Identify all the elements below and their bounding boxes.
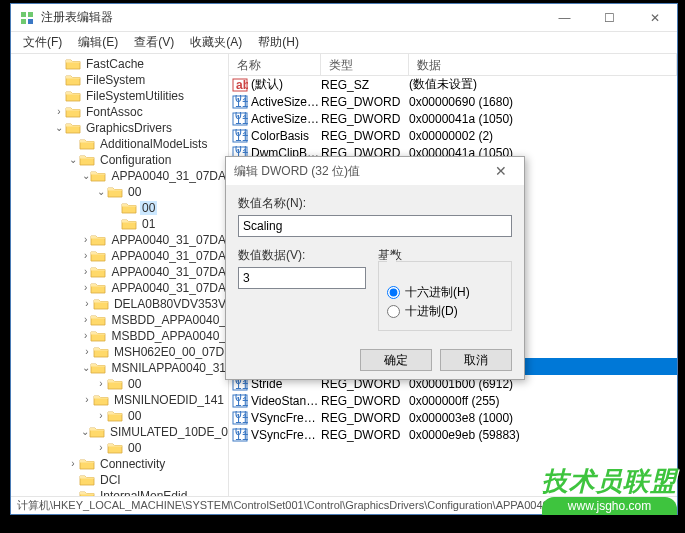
maximize-button[interactable]: ☐: [587, 4, 632, 32]
expand-icon[interactable]: ›: [81, 267, 90, 277]
col-data[interactable]: 数据: [409, 54, 677, 75]
value-name-input[interactable]: [238, 215, 512, 237]
expand-icon[interactable]: ›: [95, 411, 107, 421]
dialog-titlebar[interactable]: 编辑 DWORD (32 位)值 ✕: [226, 157, 524, 185]
tree-item[interactable]: ›APPA0040_31_07DA: [11, 248, 228, 264]
tree-item[interactable]: ›APPA0040_31_07DA: [11, 280, 228, 296]
tree-item[interactable]: FileSystemUtilities: [11, 88, 228, 104]
tree-item[interactable]: ›00: [11, 440, 228, 456]
tree-item[interactable]: ›DELA0B80VDV353V: [11, 296, 228, 312]
tree-item[interactable]: AdditionalModeLists: [11, 136, 228, 152]
radio-hex[interactable]: 十六进制(H): [387, 284, 503, 301]
collapse-icon[interactable]: ⌄: [67, 155, 79, 165]
menu-help[interactable]: 帮助(H): [250, 32, 307, 53]
list-header[interactable]: 名称 类型 数据: [229, 54, 677, 76]
tree-item-label: APPA0040_31_07DA: [109, 233, 228, 247]
tree-item[interactable]: ⌄00: [11, 184, 228, 200]
collapse-icon[interactable]: ⌄: [81, 427, 89, 437]
tree-item[interactable]: ›MSNILNOEDID_141: [11, 392, 228, 408]
tree-item[interactable]: 01: [11, 216, 228, 232]
base-fieldset: 十六进制(H) 十进制(D): [378, 261, 512, 331]
menu-view[interactable]: 查看(V): [126, 32, 182, 53]
folder-icon: [79, 153, 95, 167]
folder-icon: [90, 361, 106, 375]
tree-item-label: FileSystem: [84, 73, 147, 87]
table-row[interactable]: VSyncFreq.De..REG_DWORD0x000003e8 (1000): [229, 409, 677, 426]
expand-icon[interactable]: ›: [95, 379, 107, 389]
expand-icon[interactable]: ›: [81, 331, 90, 341]
col-name[interactable]: 名称: [229, 54, 321, 75]
menu-edit[interactable]: 编辑(E): [70, 32, 126, 53]
expand-icon[interactable]: ›: [81, 235, 90, 245]
expand-icon[interactable]: ›: [53, 107, 65, 117]
table-row[interactable]: (默认)REG_SZ(数值未设置): [229, 76, 677, 93]
value-type: REG_DWORD: [321, 394, 409, 408]
tree-item[interactable]: ›MSH062E0_00_07D: [11, 344, 228, 360]
tree-item[interactable]: ⌄GraphicsDrivers: [11, 120, 228, 136]
tree-item-label: SIMULATED_10DE_0: [108, 425, 229, 439]
tree-item[interactable]: InternalMonEdid: [11, 488, 228, 496]
tree-item[interactable]: 00: [11, 200, 228, 216]
col-type[interactable]: 类型: [321, 54, 409, 75]
value-data-input[interactable]: [238, 267, 366, 289]
table-row[interactable]: VSyncFreq.Nu..REG_DWORD0x0000e9eb (59883…: [229, 426, 677, 443]
tree-item-label: MSH062E0_00_07D: [112, 345, 226, 359]
tree-item[interactable]: ›MSBDD_APPA0040_: [11, 328, 228, 344]
collapse-icon[interactable]: ⌄: [53, 123, 65, 133]
expand-icon[interactable]: ›: [81, 395, 93, 405]
folder-icon: [90, 313, 106, 327]
window-title: 注册表编辑器: [41, 9, 542, 26]
tree-item[interactable]: DCI: [11, 472, 228, 488]
radio-dec[interactable]: 十进制(D): [387, 303, 503, 320]
cancel-button[interactable]: 取消: [440, 349, 512, 371]
dialog-close-icon[interactable]: ✕: [486, 163, 516, 179]
tree-item[interactable]: FastCache: [11, 56, 228, 72]
folder-icon: [79, 489, 95, 496]
tree-item[interactable]: ›Connectivity: [11, 456, 228, 472]
tree-item[interactable]: ›APPA0040_31_07DA: [11, 232, 228, 248]
tree-item[interactable]: ›FontAssoc: [11, 104, 228, 120]
expand-icon[interactable]: ›: [81, 299, 93, 309]
menu-file[interactable]: 文件(F): [15, 32, 70, 53]
tree-pane[interactable]: FastCacheFileSystemFileSystemUtilities›F…: [11, 54, 229, 496]
expand-icon[interactable]: ›: [95, 443, 107, 453]
collapse-icon[interactable]: ⌄: [95, 187, 107, 197]
table-row[interactable]: VideoStandardREG_DWORD0x000000ff (255): [229, 392, 677, 409]
ok-button[interactable]: 确定: [360, 349, 432, 371]
tree-item-label: 00: [126, 409, 143, 423]
binary-value-icon: [232, 95, 248, 109]
tree-item[interactable]: ⌄Configuration: [11, 152, 228, 168]
value-name: ActiveSize.cy: [251, 112, 321, 126]
table-row[interactable]: ColorBasisREG_DWORD0x00000002 (2): [229, 127, 677, 144]
value-data: 0x000000ff (255): [409, 394, 677, 408]
expand-icon[interactable]: ›: [81, 251, 90, 261]
expand-icon[interactable]: ›: [81, 283, 90, 293]
tree-item[interactable]: ›00: [11, 376, 228, 392]
expand-icon[interactable]: ›: [67, 459, 79, 469]
expand-icon[interactable]: ›: [81, 315, 90, 325]
collapse-icon[interactable]: ⌄: [81, 363, 90, 373]
expand-icon[interactable]: ›: [81, 347, 93, 357]
tree-item-label: APPA0040_31_07DA: [109, 265, 228, 279]
folder-icon: [65, 121, 81, 135]
tree-item[interactable]: FileSystem: [11, 72, 228, 88]
table-row[interactable]: ActiveSize.cyREG_DWORD0x0000041a (1050): [229, 110, 677, 127]
tree-item[interactable]: ›APPA0040_31_07DA: [11, 264, 228, 280]
tree-item[interactable]: ›00: [11, 408, 228, 424]
value-type: REG_DWORD: [321, 95, 409, 109]
titlebar[interactable]: 注册表编辑器 — ☐ ✕: [11, 4, 677, 32]
tree-item[interactable]: ⌄SIMULATED_10DE_0: [11, 424, 228, 440]
close-button[interactable]: ✕: [632, 4, 677, 32]
minimize-button[interactable]: —: [542, 4, 587, 32]
tree-item[interactable]: ›MSBDD_APPA0040_: [11, 312, 228, 328]
tree-item-label: FontAssoc: [84, 105, 145, 119]
tree-item[interactable]: ⌄MSNILAPPA0040_31: [11, 360, 228, 376]
tree-item[interactable]: ⌄APPA0040_31_07DA: [11, 168, 228, 184]
folder-icon: [90, 329, 106, 343]
folder-icon: [89, 425, 105, 439]
menu-favorites[interactable]: 收藏夹(A): [182, 32, 250, 53]
tree-item-label: GraphicsDrivers: [84, 121, 174, 135]
value-name: VSyncFreq.De..: [251, 411, 321, 425]
collapse-icon[interactable]: ⌄: [81, 171, 90, 181]
table-row[interactable]: ActiveSize.cxREG_DWORD0x00000690 (1680): [229, 93, 677, 110]
